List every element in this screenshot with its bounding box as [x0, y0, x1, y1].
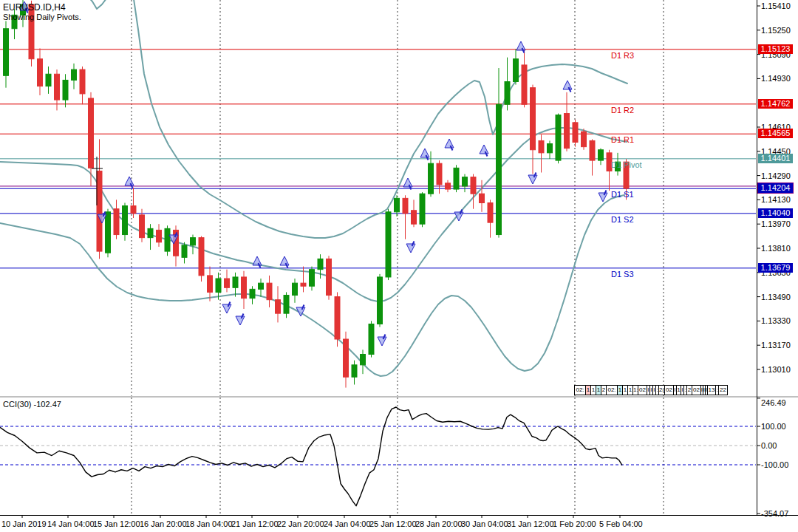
candle-body: [454, 168, 459, 189]
signal-arrow-up-icon: [420, 149, 429, 160]
candle-body: [395, 198, 400, 211]
arrow-head: [125, 177, 134, 185]
arrow-head: [420, 149, 429, 157]
candle-body: [318, 259, 323, 269]
candle-body: [514, 59, 519, 82]
cci-tick-label: 100.00: [761, 422, 786, 431]
candle-body: [259, 283, 264, 289]
candle-body: [369, 324, 374, 355]
arrow-head: [598, 193, 607, 202]
candle-body: [55, 74, 60, 100]
arrow-head: [378, 337, 386, 346]
candle-body: [582, 132, 587, 147]
price-badge-d1-r2: 1.14762: [758, 99, 793, 109]
price-badge-d1-s1: 1.14204: [758, 183, 793, 193]
arrow-head: [445, 139, 454, 148]
candle-body: [89, 98, 94, 168]
time-axis-label: 28 Jan 20:00: [415, 519, 463, 528]
cci-line: [0, 407, 622, 506]
chart-canvas[interactable]: [0, 0, 798, 532]
signal-arrow-down-icon: [236, 314, 245, 326]
candle-body: [284, 296, 289, 314]
time-axis-label: 30 Jan 04:00: [461, 519, 508, 528]
candle-body: [114, 209, 119, 235]
event-marker: 02:: [606, 385, 618, 395]
price-badge-d1-r1: 1.14565: [758, 129, 793, 138]
arrow-head: [403, 178, 412, 187]
price-badge-d1-r3: 1.15123: [758, 44, 793, 54]
candle-body: [539, 140, 544, 152]
candle-body: [131, 206, 136, 214]
time-axis-label: 24 Jan 04:00: [324, 519, 371, 528]
candle-body: [565, 114, 570, 149]
candle-body: [412, 211, 417, 224]
candle-body: [157, 230, 162, 242]
candle-body: [352, 365, 357, 377]
candle-body: [301, 283, 306, 286]
arrow-head: [222, 304, 231, 313]
candle-body: [522, 65, 527, 104]
pivot-label-d1-s1: D1 S1: [611, 190, 634, 199]
pivot-label-d1-pivot: D1 Pivot: [611, 160, 642, 169]
time-axis-label: 22 Jan 20:00: [277, 519, 324, 528]
signal-arrow-up-icon: [480, 145, 488, 157]
candle-body: [378, 277, 383, 324]
time-axis-label: 21 Jan 12:00: [231, 519, 279, 528]
candle-body: [471, 177, 476, 194]
candle-body: [140, 215, 145, 238]
arrow-head: [528, 175, 537, 184]
time-axis-label: 18 Jan 04:00: [185, 519, 233, 528]
candle-body: [276, 300, 281, 313]
signal-arrow-up-icon: [445, 139, 454, 151]
candle-body: [429, 163, 434, 194]
candle-body: [199, 238, 204, 276]
time-axis-label: 5 Feb 04:00: [599, 519, 643, 528]
price-tick-label: 1.15250: [761, 26, 791, 35]
candle-body: [437, 163, 442, 185]
arrow-head: [406, 244, 415, 253]
candle-body: [590, 140, 595, 160]
time-axis-label: 16 Jan 20:00: [140, 519, 187, 528]
candle-body: [335, 297, 340, 339]
candle-body: [250, 289, 255, 298]
pivot-label-d1-s3: D1 S3: [611, 270, 634, 279]
time-axis-label: 25 Jan 12:00: [369, 519, 417, 528]
candle-body: [598, 150, 604, 160]
signal-arrow-up-icon: [403, 178, 412, 190]
candle-body: [182, 245, 187, 257]
candle-body: [242, 277, 247, 299]
candle-body: [403, 198, 408, 214]
pivot-label-d1-s2: D1 S2: [611, 215, 634, 224]
candle-body: [293, 283, 298, 295]
signal-arrow-down-icon: [598, 191, 607, 202]
candle-body: [4, 29, 9, 76]
candle-body: [446, 183, 451, 189]
candle-body: [63, 80, 68, 100]
cci-tick-label: 0.00: [761, 441, 777, 450]
price-badge-d1-s3: 1.13679: [758, 263, 793, 273]
arrow-head: [516, 41, 525, 50]
candle-body: [344, 339, 349, 377]
cci-tick-label: 246.49: [761, 398, 786, 407]
pivot-label-d1-r1: D1 R1: [611, 135, 634, 144]
price-tick-label: 1.13330: [761, 316, 791, 325]
candle-body: [497, 104, 502, 234]
candle-body: [148, 228, 153, 237]
signal-arrow-down-icon: [378, 335, 386, 347]
price-tick-label: 1.14130: [761, 195, 791, 204]
candle-body: [480, 194, 485, 202]
price-tick-label: 1.13970: [761, 219, 791, 228]
candle-body: [505, 82, 510, 105]
candle-body: [556, 115, 561, 161]
candle-body: [123, 206, 128, 235]
candle-body: [531, 88, 536, 150]
candle-body: [361, 355, 366, 365]
candle-body: [191, 238, 196, 245]
candle-body: [106, 212, 111, 253]
time-axis-label: 1 Feb 20:00: [553, 519, 596, 528]
candle-body: [38, 59, 43, 86]
signal-arrow-up-icon: [516, 41, 525, 53]
signal-arrow-up-icon: [280, 256, 289, 268]
price-tick-label: 1.15410: [761, 1, 791, 10]
candle-body: [327, 259, 332, 295]
